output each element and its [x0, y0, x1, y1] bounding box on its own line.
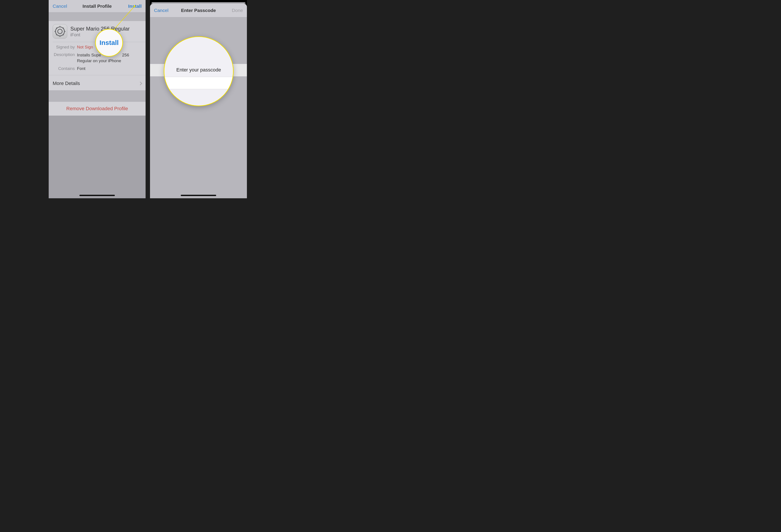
contains-value: Font — [77, 66, 141, 71]
signed-by-label: Signed by — [53, 45, 77, 50]
more-details-button[interactable]: More Details — [49, 77, 146, 90]
more-details-label: More Details — [53, 81, 80, 86]
section-spacer — [49, 90, 146, 101]
settings-gear-icon — [53, 24, 67, 39]
svg-point-1 — [58, 29, 62, 34]
passcode-cancel-button[interactable]: Cancel — [150, 4, 172, 17]
install-callout-label: Install — [99, 39, 119, 46]
section-spacer — [49, 12, 146, 21]
remove-profile-button[interactable]: Remove Downloaded Profile — [49, 101, 146, 116]
cancel-button[interactable]: Cancel — [49, 0, 71, 12]
profile-card: Super Mario 256 Regular iFont Signed by … — [49, 21, 146, 90]
passcode-title: Enter Passcode — [181, 8, 216, 13]
passcode-navbar: Cancel Enter Passcode Done — [150, 4, 247, 17]
install-profile-title: Install Profile — [83, 4, 112, 9]
passcode-callout-field — [164, 77, 233, 89]
home-indicator[interactable] — [79, 195, 115, 196]
phone-install-profile: Cancel Install Profile Install — [49, 0, 146, 198]
description-label: Description — [53, 52, 77, 64]
contains-label: Contains — [53, 66, 77, 71]
passcode-callout-prompt: Enter your passcode — [176, 67, 221, 73]
description-row: Description Installs Supe 256 Regular on… — [49, 51, 146, 65]
contains-row: Contains Font — [49, 65, 146, 74]
chevron-right-icon — [138, 82, 142, 85]
passcode-callout-highlight: Enter your passcode — [164, 36, 234, 106]
profile-name: Super Mario 256 Regular — [70, 26, 130, 32]
passcode-done-button[interactable]: Done — [228, 4, 247, 17]
install-button[interactable]: Install — [124, 0, 146, 12]
install-navbar: Cancel Install Profile Install — [49, 0, 146, 12]
home-indicator[interactable] — [181, 195, 216, 196]
install-callout-highlight: Install — [95, 29, 123, 57]
